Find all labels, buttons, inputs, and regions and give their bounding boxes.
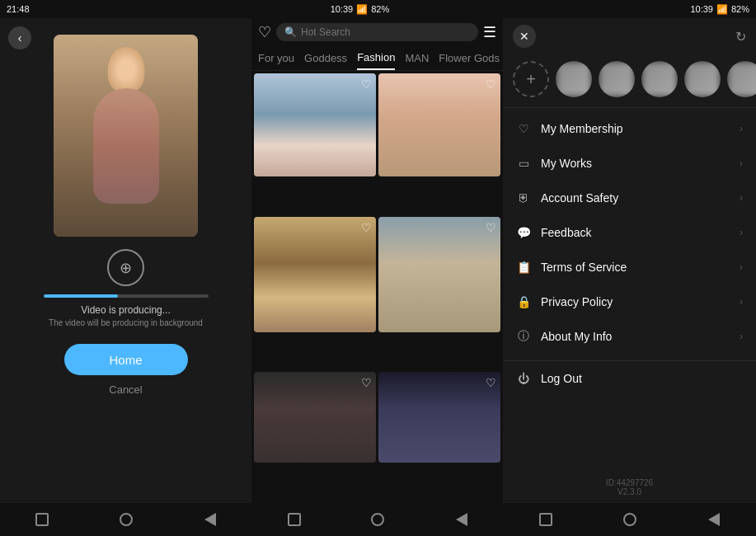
battery-right: 82%: [731, 4, 749, 14]
monitor-icon: ▭: [516, 156, 531, 171]
circle-icon-left: [120, 513, 133, 526]
thumbnail-figure: [54, 35, 198, 237]
status-bar: 21:48 10:39 📶 82% 10:39 📶 82%: [0, 0, 756, 18]
privacy-label: Privacy Policy: [541, 295, 613, 308]
menu-item-feedback[interactable]: 💬 Feedback ›: [503, 215, 756, 250]
time-right: 10:39: [690, 4, 713, 14]
nav-back-center[interactable]: [445, 507, 478, 532]
feed-item-2[interactable]: ♡: [378, 73, 500, 176]
stories-row: +: [503, 54, 756, 104]
producing-icon: ⊕: [107, 249, 144, 286]
time-center: 10:39: [331, 4, 354, 14]
middle-top-bar: ♡ 🔍 ☰: [251, 18, 503, 46]
search-input[interactable]: [301, 26, 470, 38]
feed-heart-1[interactable]: ♡: [361, 78, 372, 91]
navigation-bar: [0, 503, 756, 536]
tab-flower-gods[interactable]: Flower Gods: [439, 47, 500, 69]
main-area: ‹ ⊕ Video is producing... The video will…: [0, 18, 756, 503]
right-panel: ✕ ↻ + ♡ My Membership › ▭ My Works ›: [503, 18, 756, 503]
account-safety-label: Account Safety: [541, 191, 618, 205]
back-button[interactable]: ‹: [8, 26, 31, 49]
tab-goddess[interactable]: Goddess: [304, 47, 347, 69]
video-thumbnail: [54, 35, 198, 237]
menu-item-terms[interactable]: 📋 Terms of Service ›: [503, 250, 756, 284]
square-icon-center: [288, 513, 301, 526]
chevron-membership: ›: [740, 123, 743, 134]
hamburger-icon[interactable]: ☰: [483, 23, 496, 41]
progress-bar-container: [44, 294, 209, 298]
nav-back-right[interactable]: [697, 507, 730, 532]
right-top-bar: ✕ ↻: [503, 18, 756, 54]
chevron-privacy: ›: [740, 296, 743, 308]
story-avatar-4[interactable]: [684, 61, 721, 97]
nav-square-right[interactable]: [529, 507, 562, 532]
tab-man[interactable]: MAN: [405, 47, 429, 69]
nav-back-left[interactable]: [194, 507, 227, 532]
nav-circle-left[interactable]: [110, 507, 143, 532]
middle-panel: ♡ 🔍 ☰ For you Goddess Fashion MAN Flower…: [251, 18, 503, 503]
search-icon: 🔍: [284, 26, 297, 38]
story-avatar-3[interactable]: [641, 61, 678, 97]
nav-square-left[interactable]: [26, 507, 59, 532]
heart-menu-icon: ♡: [516, 121, 531, 136]
feed-heart-4[interactable]: ♡: [486, 221, 496, 234]
circle-icon-right: [623, 513, 636, 526]
feed-heart-5[interactable]: ♡: [361, 376, 372, 389]
close-button[interactable]: ✕: [513, 25, 536, 48]
terms-label: Terms of Service: [541, 261, 627, 274]
nav-circle-center[interactable]: [361, 507, 394, 532]
cancel-button[interactable]: Cancel: [109, 383, 142, 396]
search-wrapper[interactable]: 🔍: [276, 23, 478, 41]
menu-item-about[interactable]: ⓘ About My Info ›: [503, 319, 756, 354]
feed-heart-6[interactable]: ♡: [486, 376, 496, 389]
add-story-button[interactable]: +: [513, 61, 549, 97]
feed-heart-3[interactable]: ♡: [361, 221, 372, 234]
book-icon: 📋: [516, 260, 531, 275]
version-id: ID:44297726: [509, 478, 749, 487]
menu-item-account-safety[interactable]: ⛨ Account Safety ›: [503, 181, 756, 215]
feed-item-5[interactable]: ♡: [254, 372, 376, 463]
menu-item-privacy[interactable]: 🔒 Privacy Policy ›: [503, 284, 756, 319]
about-label: About My Info: [541, 330, 612, 343]
time-left: 21:48: [7, 4, 30, 14]
feed-item-1[interactable]: ♡: [254, 73, 376, 176]
status-right: 10:39 📶 82%: [690, 4, 749, 15]
producing-text: Video is producing...: [81, 304, 171, 316]
triangle-icon-left: [204, 513, 216, 526]
menu-item-my-works[interactable]: ▭ My Works ›: [503, 146, 756, 181]
home-button[interactable]: Home: [64, 344, 188, 375]
tab-for-you[interactable]: For you: [258, 47, 294, 69]
heart-icon[interactable]: ♡: [258, 23, 271, 41]
battery-center: 82%: [371, 4, 389, 14]
menu-item-my-membership[interactable]: ♡ My Membership ›: [503, 111, 756, 146]
feed-heart-2[interactable]: ♡: [486, 78, 496, 91]
triangle-icon-right: [708, 513, 720, 526]
chevron-terms: ›: [740, 261, 743, 273]
chevron-works: ›: [740, 158, 743, 169]
feed-grid: ♡ ♡ ♡ ♡ ♡ ♡: [251, 71, 503, 503]
chevron-safety: ›: [740, 192, 743, 204]
refresh-icon[interactable]: ↻: [735, 29, 746, 45]
square-icon-left: [35, 513, 49, 526]
feed-item-4[interactable]: ♡: [378, 217, 500, 332]
nav-circle-right[interactable]: [613, 507, 646, 532]
version-number: V2.3.0: [509, 487, 749, 496]
signal-icon-right: 📶: [716, 4, 728, 15]
my-works-label: My Works: [541, 157, 592, 170]
left-panel: ‹ ⊕ Video is producing... The video will…: [0, 18, 251, 503]
signal-icon: 📶: [356, 4, 368, 15]
story-avatar-5[interactable]: [727, 61, 756, 97]
my-membership-label: My Membership: [541, 122, 623, 135]
menu-item-logout[interactable]: ⏻ Log Out: [503, 360, 756, 396]
nav-square-center[interactable]: [278, 507, 311, 532]
producing-subtext: The video will be producing in backgroun…: [49, 318, 203, 327]
feed-item-3[interactable]: ♡: [254, 217, 376, 332]
tab-fashion[interactable]: Fashion: [357, 46, 395, 70]
story-avatar-2[interactable]: [599, 61, 635, 97]
chat-icon: 💬: [516, 225, 531, 240]
logout-icon: ⏻: [516, 371, 531, 386]
tabs-bar: For you Goddess Fashion MAN Flower Gods …: [251, 46, 503, 71]
feed-item-6[interactable]: ♡: [378, 372, 500, 463]
feedback-label: Feedback: [541, 226, 591, 239]
story-avatar-1[interactable]: [556, 61, 592, 97]
